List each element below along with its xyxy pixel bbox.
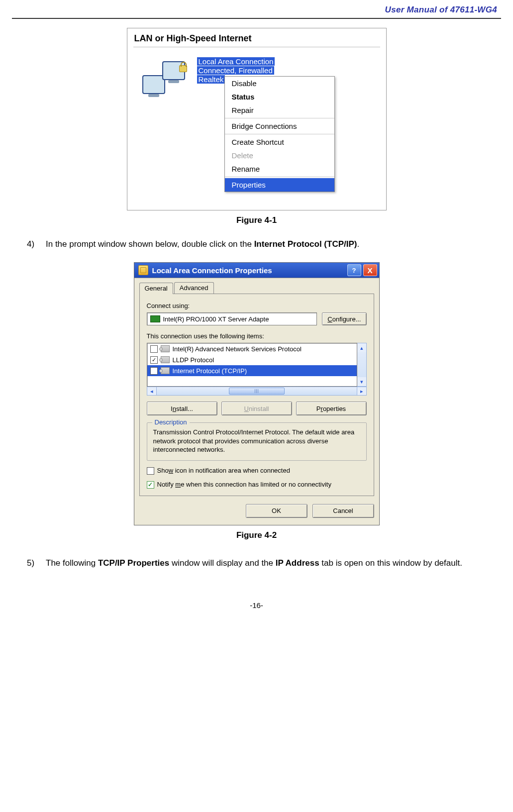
uninstall-button: Uninstall <box>221 402 292 415</box>
menu-item-repair[interactable]: Repair <box>225 103 334 117</box>
dialog-titlebar: Local Area Connection Properties ? X <box>134 263 379 278</box>
step-5-bold-1: TCP/IP Properties <box>98 558 169 568</box>
step-4-text-2: . <box>357 239 359 249</box>
description-group: Description Transmission Control Protoco… <box>147 422 367 461</box>
network-connection-icon <box>142 61 187 101</box>
step-5: 5) The following TCP/IP Properties windo… <box>27 555 501 571</box>
firewall-lock-icon <box>179 65 187 72</box>
menu-item-rename[interactable]: Rename <box>225 162 334 176</box>
cancel-button[interactable]: Cancel <box>312 504 374 518</box>
step-4-number: 4) <box>27 236 46 252</box>
figure-4-1-caption: Figure 4-1 <box>12 215 501 225</box>
show-icon-checkbox-row[interactable]: Show icon in notification area when conn… <box>147 467 367 475</box>
connect-using-label: Connect using: <box>147 302 367 309</box>
scroll-down-icon[interactable]: ▾ <box>357 377 366 386</box>
page-header-title: User Manual of 47611-WG4 <box>12 5 501 18</box>
checkbox-icon[interactable]: ✓ <box>150 356 158 364</box>
step-5-number: 5) <box>27 555 46 571</box>
list-item-label: Intel(R) Advanced Network Services Proto… <box>173 345 302 353</box>
checkbox-icon[interactable] <box>147 481 154 489</box>
protocol-icon <box>161 367 170 374</box>
figure-4-2-caption: Figure 4-2 <box>12 530 501 540</box>
list-item-label: Internet Protocol (TCP/IP) <box>173 367 247 375</box>
scroll-up-icon[interactable]: ▴ <box>357 343 366 352</box>
step-5-bold-2: IP Address <box>276 558 319 568</box>
properties-button[interactable]: Properties <box>296 402 367 415</box>
step-5-text-2: window will display and the <box>169 558 276 568</box>
menu-item-create-shortcut[interactable]: Create Shortcut <box>225 135 334 149</box>
step-4-bold: Internet Protocol (TCP/IP) <box>254 239 357 249</box>
titlebar-close-button[interactable]: X <box>363 264 377 276</box>
notify-checkbox-row[interactable]: Notify me when this connection has limit… <box>147 481 367 489</box>
menu-item-disable[interactable]: Disable <box>225 77 334 90</box>
horizontal-scrollbar[interactable]: ◂ ▸ <box>147 387 367 396</box>
context-menu: Disable Status Repair Bridge Connections… <box>224 76 335 192</box>
menu-item-properties[interactable]: Properties <box>225 178 334 192</box>
show-icon-label: Show icon in notification area when conn… <box>157 467 290 474</box>
description-text: Transmission Control Protocol/Internet P… <box>153 428 360 454</box>
protocol-icon <box>161 345 170 352</box>
list-item[interactable]: Intel(R) Advanced Network Services Proto… <box>147 343 357 354</box>
menu-item-bridge[interactable]: Bridge Connections <box>225 119 334 133</box>
menu-item-status[interactable]: Status <box>225 90 334 103</box>
vertical-scrollbar[interactable]: ▴ ▾ <box>357 343 367 387</box>
scroll-track[interactable] <box>156 387 357 396</box>
checkbox-icon[interactable] <box>147 467 154 475</box>
lan-panel-rule <box>133 47 380 47</box>
notify-label: Notify me when this connection has limit… <box>157 481 331 488</box>
connection-items-list[interactable]: Intel(R) Advanced Network Services Proto… <box>147 343 357 387</box>
titlebar-app-icon <box>138 265 148 275</box>
list-item[interactable]: ✓ LLDP Protocol <box>147 354 357 365</box>
step-4-text-1: In the prompt window shown below, double… <box>46 239 254 249</box>
titlebar-help-button[interactable]: ? <box>347 264 361 276</box>
ok-button[interactable]: OK <box>246 504 308 518</box>
tabs-row: General Advanced <box>139 278 374 294</box>
dialog-title: Local Area Connection Properties <box>152 266 347 275</box>
tab-advanced[interactable]: Advanced <box>174 282 214 294</box>
scroll-left-icon[interactable]: ◂ <box>147 387 156 396</box>
figure-4-1: LAN or High-Speed Internet Local Area Co… <box>127 28 387 210</box>
list-item-tcpip[interactable]: ✓ Internet Protocol (TCP/IP) <box>147 365 357 376</box>
tab-panel-general: Connect using: Intel(R) PRO/1000 XT Serv… <box>139 294 374 496</box>
connection-status: Connected, Firewalled <box>197 66 274 75</box>
step-5-text-3: tab is open on this window by default. <box>319 558 462 568</box>
page-number: -16- <box>12 601 501 609</box>
adapter-field: Intel(R) PRO/1000 XT Server Adapte <box>147 312 317 325</box>
description-legend: Description <box>152 418 190 426</box>
checkbox-icon[interactable]: ✓ <box>150 367 158 375</box>
header-rule <box>12 18 501 19</box>
step-4: 4) In the prompt window shown below, dou… <box>27 236 501 252</box>
scroll-thumb[interactable] <box>229 388 285 395</box>
lan-panel-title: LAN or High-Speed Internet <box>127 28 386 47</box>
items-label: This connection uses the following items… <box>147 332 367 340</box>
nic-icon <box>150 315 160 322</box>
adapter-name: Intel(R) PRO/1000 XT Server Adapte <box>163 315 269 323</box>
connection-adapter: Realtek <box>197 75 225 84</box>
scroll-right-icon[interactable]: ▸ <box>357 387 367 396</box>
list-item-label: LLDP Protocol <box>173 356 214 364</box>
configure-button[interactable]: Configure... <box>322 312 366 325</box>
tab-general[interactable]: General <box>139 283 173 294</box>
protocol-icon <box>161 356 170 363</box>
menu-item-delete: Delete <box>225 149 334 162</box>
figure-4-2: Local Area Connection Properties ? X Gen… <box>134 262 380 525</box>
install-button[interactable]: Install... <box>147 402 217 415</box>
checkbox-icon[interactable] <box>150 345 158 353</box>
step-5-text-1: The following <box>46 558 98 568</box>
connection-name: Local Area Connection <box>197 57 275 66</box>
